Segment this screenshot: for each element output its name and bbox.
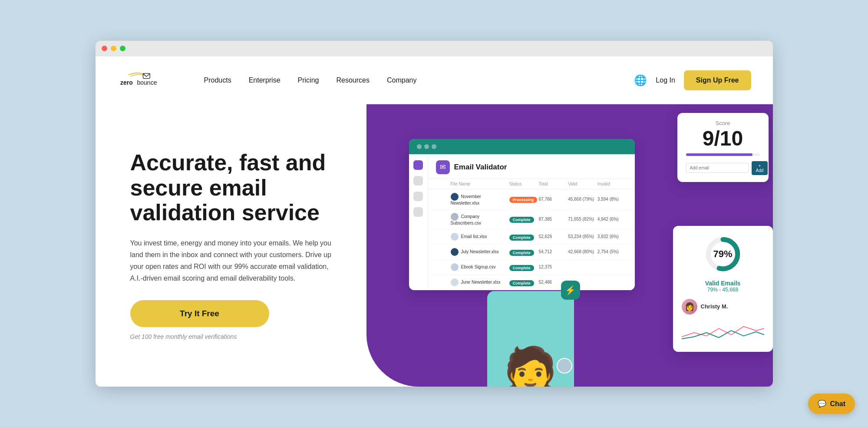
score-bar	[686, 153, 760, 156]
total-cell: 54,712	[538, 249, 568, 254]
nav-item-products[interactable]: Products	[204, 76, 231, 84]
traffic-light-green[interactable]	[120, 46, 125, 51]
valid-subtitle: 79% - 45,668	[682, 287, 764, 293]
ev-dot	[417, 144, 422, 149]
nav-item-company[interactable]: Company	[387, 76, 416, 84]
valid-cell: 42,668 (80%)	[568, 249, 597, 254]
traffic-light-yellow[interactable]	[111, 46, 116, 51]
christy-avatar: 👩	[682, 299, 697, 314]
page-content: zero bounce Products Enterprise Pricing …	[96, 56, 773, 387]
ev-title-area: ✉ Email Validator	[428, 154, 635, 179]
score-value: 9/10	[686, 128, 760, 149]
free-note: Get 100 free monthly email verifications	[130, 333, 379, 340]
ev-icon: ✉	[436, 160, 450, 174]
score-add-button[interactable]: + Add	[752, 161, 768, 175]
logo[interactable]: zero bounce	[117, 68, 178, 92]
file-name: July Newsletter.xlsx	[451, 248, 509, 256]
hero-description: You invest time, energy and money into y…	[130, 237, 339, 285]
ev-header	[409, 139, 635, 154]
person-figure: 🧑	[503, 348, 558, 387]
file-name: Email list.xlsx	[451, 233, 509, 241]
ev-table-header: File Name Status Total Valid Invalid	[428, 179, 635, 189]
invalid-cell: 3,832 (6%)	[597, 234, 627, 239]
sidebar-user-icon	[413, 160, 423, 170]
globe-icon[interactable]: 🌐	[634, 74, 647, 86]
chat-icon: 💬	[818, 400, 826, 408]
ev-dots	[417, 144, 436, 149]
col-total: Total	[538, 182, 568, 186]
browser-window: zero bounce Products Enterprise Pricing …	[96, 41, 773, 387]
col-status: Status	[509, 182, 539, 186]
status-badge: Complete	[509, 278, 539, 286]
status-badge: Processing	[509, 195, 539, 203]
col-filename: File Name	[451, 182, 509, 186]
svg-text:zero: zero	[120, 79, 133, 86]
table-row: Email list.xlsx Complete 52,629 53,234 (…	[428, 229, 635, 245]
valid-cell: 45,668 (79%)	[568, 197, 597, 202]
email-validator-card: ✉ Email Validator File Name Status Total…	[409, 139, 635, 290]
chat-button[interactable]: 💬 Chat	[808, 394, 855, 414]
login-link[interactable]: Log In	[656, 76, 675, 84]
pulse-badge: ⚡	[561, 281, 580, 300]
valid-percent: 79%	[713, 248, 732, 260]
score-email-row: + Add	[686, 161, 760, 175]
chat-label: Chat	[830, 400, 845, 408]
christy-row: 👩 Christy M.	[682, 299, 764, 314]
total-cell: 52,629	[538, 234, 568, 239]
sidebar-mail-icon	[413, 176, 423, 185]
sidebar-card-icon	[413, 207, 423, 217]
hero-right: Score 9/10 + Add	[400, 104, 773, 387]
col-invalid: Invalid	[597, 182, 627, 186]
col-valid: Valid	[568, 182, 597, 186]
header: zero bounce Products Enterprise Pricing …	[96, 56, 773, 104]
file-name: November Newsletter.xlsx	[451, 193, 509, 205]
score-label: Score	[686, 120, 760, 126]
valid-cell: 71,655 (82%)	[568, 217, 597, 222]
total-cell: 87,385	[538, 217, 568, 222]
valid-title: Valid Emails	[682, 280, 764, 287]
nav-item-pricing[interactable]: Pricing	[298, 76, 319, 84]
file-name: Company Subscribers.csv	[451, 213, 509, 225]
ev-dot	[424, 144, 429, 149]
invalid-cell: 2,754 (5%)	[597, 249, 627, 254]
signup-button[interactable]: Sign Up Free	[684, 70, 751, 90]
valid-donut-chart: 79%	[703, 235, 743, 274]
try-it-free-button[interactable]: Try It Free	[130, 300, 269, 327]
invalid-cell: 3,594 (8%)	[597, 197, 627, 202]
file-name: June Newsletter.xlsx	[451, 278, 509, 286]
valid-emails-card: 79% Valid Emails 79% - 45,668 👩 Christy …	[673, 226, 773, 352]
main-nav: Products Enterprise Pricing Resources Co…	[204, 76, 634, 84]
status-badge: Complete	[509, 215, 539, 223]
table-row: Ebook Signup.csv Complete 12,375	[428, 260, 635, 275]
score-bar-fill	[686, 153, 752, 156]
table-row: November Newsletter.xlsx Processing 67,7…	[428, 189, 635, 209]
status-badge: Complete	[509, 233, 539, 241]
valid-cell: 53,234 (85%)	[568, 234, 597, 239]
svg-text:bounce: bounce	[137, 79, 157, 86]
sparkline-chart	[682, 320, 764, 341]
traffic-light-red[interactable]	[102, 46, 107, 51]
file-name: Ebook Signup.csv	[451, 263, 509, 271]
status-badge: Complete	[509, 263, 539, 271]
sidebar-clock-icon	[413, 192, 423, 201]
hero-heading: Accurate, fast and secure email validati…	[130, 150, 379, 225]
total-cell: 67,766	[538, 197, 568, 202]
table-row: June Newsletter.xlsx Complete 52,486	[428, 275, 635, 290]
ev-dot	[432, 144, 436, 149]
table-row: July Newsletter.xlsx Complete 54,712 42,…	[428, 245, 635, 260]
ev-title: Email Validator	[454, 163, 507, 172]
nav-item-resources[interactable]: Resources	[336, 76, 369, 84]
total-cell: 12,375	[538, 265, 568, 269]
browser-titlebar	[96, 41, 773, 56]
score-email-input[interactable]	[686, 163, 749, 173]
status-badge: Complete	[509, 248, 539, 256]
nav-right: 🌐 Log In Sign Up Free	[634, 70, 751, 90]
nav-item-enterprise[interactable]: Enterprise	[249, 76, 281, 84]
christy-name: Christy M.	[701, 303, 728, 310]
bottom-avatar	[557, 358, 572, 374]
invalid-cell: 4,842 (6%)	[597, 217, 627, 222]
hero-section: Accurate, fast and secure email validati…	[96, 104, 773, 387]
score-card: Score 9/10 + Add	[677, 113, 769, 182]
table-row: Company Subscribers.csv Complete 87,385 …	[428, 209, 635, 229]
hero-left: Accurate, fast and secure email validati…	[96, 104, 400, 387]
